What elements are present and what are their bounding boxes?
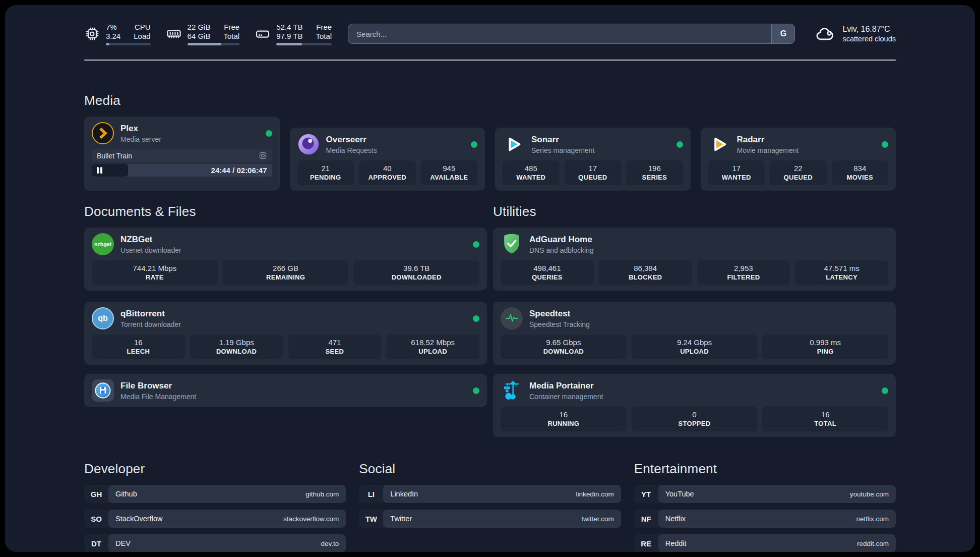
qbittorrent-card[interactable]: qb qBittorrent Torrent downloader 16LEEC… — [84, 302, 487, 365]
storage-stat: 52.4 TB Free 97.9 TB Total — [255, 23, 332, 45]
bookmark-stackoverflow[interactable]: SO StackOverflowstackoverflow.com — [84, 510, 346, 528]
stat-series: 196SERIES — [626, 160, 683, 185]
stat-downloaded: 39.6 TBDOWNLOADED — [353, 260, 479, 285]
speedtest-card[interactable]: Speedtest Speedtest Tracking 9.65 GbpsDO… — [493, 302, 896, 365]
bookmark-url: youtube.com — [850, 490, 889, 498]
entertainment-section-title: Entertainment — [634, 461, 896, 477]
stat-stopped: 0STOPPED — [632, 407, 758, 431]
hard-drive-icon — [255, 26, 271, 42]
status-online-dot — [473, 241, 479, 248]
media-section-title: Media — [84, 93, 896, 108]
adguard-card[interactable]: AdGuard Home DNS and adblocking 498,461Q… — [493, 228, 896, 291]
app-subtitle: Torrent downloader — [120, 320, 181, 328]
nzbget-card[interactable]: nzbget NZBGet Usenet downloader 744.21 M… — [84, 228, 487, 291]
cpu-stat: 7% CPU 3.24 Load — [84, 23, 151, 45]
app-subtitle: Container management — [529, 393, 603, 401]
now-playing: Bullet Train 24:44 / 02:06:47 — [92, 149, 272, 177]
stat-leech: 16LEECH — [92, 335, 185, 359]
bookmark-name: DEV — [115, 539, 131, 547]
system-stats: 7% CPU 3.24 Load — [84, 23, 332, 45]
filebrowser-card[interactable]: File Browser Media File Management — [84, 374, 487, 407]
bookmark-name: Netflix — [665, 515, 686, 523]
app-subtitle: Speedtest Tracking — [529, 320, 590, 328]
stat-remaining: 266 GBREMAINING — [223, 260, 349, 285]
bookmark-netflix[interactable]: NF Netflixnetflix.com — [634, 510, 896, 528]
memory-total-value: 64 GiB — [188, 32, 211, 40]
stat-running: 16RUNNING — [501, 407, 627, 431]
bookmark-abbr: LI — [359, 485, 383, 503]
developer-section-title: Developer — [84, 461, 346, 477]
cpu-progress-bar — [106, 43, 151, 45]
stat-rate: 744.21 MbpsRATE — [92, 260, 218, 285]
weather-condition: scattered clouds — [842, 35, 896, 43]
bookmark-url: netflix.com — [856, 515, 889, 523]
app-subtitle: Movie management — [737, 146, 799, 154]
search-input[interactable] — [348, 24, 771, 43]
bookmark-github[interactable]: GH Githubgithub.com — [84, 485, 346, 503]
bookmark-url: stackoverflow.com — [283, 515, 339, 523]
media-grid: Plex Media server Bullet Train — [84, 117, 896, 191]
stat-queries: 498,461QUERIES — [501, 260, 594, 285]
status-online-dot — [882, 387, 888, 394]
storage-progress-bar — [276, 43, 332, 45]
bookmark-group-entertainment: Entertainment YT YouTubeyoutube.com NF N… — [634, 461, 896, 552]
bookmark-abbr: RE — [634, 534, 658, 552]
cpu-load-value: 3.24 — [106, 32, 120, 40]
overseerr-card[interactable]: Overseerr Media Requests 21PENDING 40APP… — [290, 128, 485, 191]
bookmark-name: YouTube — [665, 490, 694, 498]
portainer-card[interactable]: Media Portainer Container management 16R… — [493, 374, 896, 437]
bookmark-abbr: YT — [634, 485, 658, 503]
bookmark-dev[interactable]: DT DEVdev.to — [84, 534, 346, 552]
header-divider — [84, 60, 896, 61]
bookmark-name: Twitter — [390, 515, 412, 523]
status-online-dot — [677, 141, 683, 148]
bookmark-name: LinkedIn — [390, 490, 418, 498]
radarr-icon — [708, 133, 730, 155]
stat-total: 16TOTAL — [762, 407, 888, 431]
bookmark-twitter[interactable]: TW Twittertwitter.com — [359, 510, 621, 528]
plex-card[interactable]: Plex Media server Bullet Train — [84, 117, 280, 191]
cpu-icon — [84, 26, 100, 42]
cloud-icon — [813, 24, 836, 44]
utilities-section: Utilities — [493, 191, 896, 437]
app-name: Radarr — [737, 135, 799, 145]
memory-total-label: Total — [223, 32, 239, 40]
stat-latency: 47.571 msLATENCY — [795, 260, 888, 285]
stat-queued: 17QUEUED — [565, 160, 622, 185]
stat-pending: 21PENDING — [297, 160, 354, 185]
stat-seed: 471SEED — [288, 335, 382, 359]
bookmark-abbr: GH — [84, 485, 108, 503]
sonarr-card[interactable]: Sonarr Series management 485WANTED 17QUE… — [495, 128, 691, 191]
app-name: Sonarr — [531, 135, 594, 145]
bookmarks-section: Developer GH Githubgithub.com SO StackOv… — [84, 461, 896, 552]
now-playing-title: Bullet Train — [97, 152, 132, 160]
storage-total-value: 97.9 TB — [276, 32, 302, 40]
app-subtitle: DNS and adblocking — [529, 246, 594, 254]
cpu-usage-value: 7% — [106, 23, 120, 31]
qbittorrent-icon: qb — [92, 307, 114, 329]
app-name: AdGuard Home — [529, 235, 594, 245]
memory-stat: 22 GiB Free 64 GiB Total — [166, 23, 240, 45]
bookmark-reddit[interactable]: RE Redditreddit.com — [634, 534, 896, 552]
plex-icon — [92, 122, 114, 144]
overseerr-icon — [297, 133, 320, 155]
memory-progress-bar — [188, 43, 240, 45]
bookmark-name: Reddit — [665, 539, 687, 547]
bookmark-group-social: Social LI LinkedInlinkedin.com TW Twitte… — [359, 461, 621, 552]
bookmark-linkedin[interactable]: LI LinkedInlinkedin.com — [359, 485, 621, 503]
filebrowser-icon — [92, 379, 114, 402]
bookmark-url: dev.to — [321, 540, 339, 547]
stat-download: 9.65 GbpsDOWNLOAD — [501, 335, 627, 359]
search-bar: G — [348, 24, 795, 44]
pause-icon[interactable] — [97, 167, 102, 174]
cpu-usage-label: CPU — [134, 23, 150, 31]
playback-progress-bar[interactable]: 24:44 / 02:06:47 — [92, 164, 272, 177]
bookmark-youtube[interactable]: YT YouTubeyoutube.com — [634, 485, 896, 503]
memory-free-value: 22 GiB — [188, 23, 211, 31]
stat-movies: 834MOVIES — [832, 160, 889, 185]
utilities-section-title: Utilities — [493, 204, 896, 219]
radarr-card[interactable]: Radarr Movie management 17WANTED 22QUEUE… — [701, 128, 896, 191]
speedtest-icon — [501, 307, 523, 329]
playback-time: 24:44 / 02:06:47 — [211, 164, 267, 177]
search-engine-button[interactable]: G — [771, 24, 794, 43]
